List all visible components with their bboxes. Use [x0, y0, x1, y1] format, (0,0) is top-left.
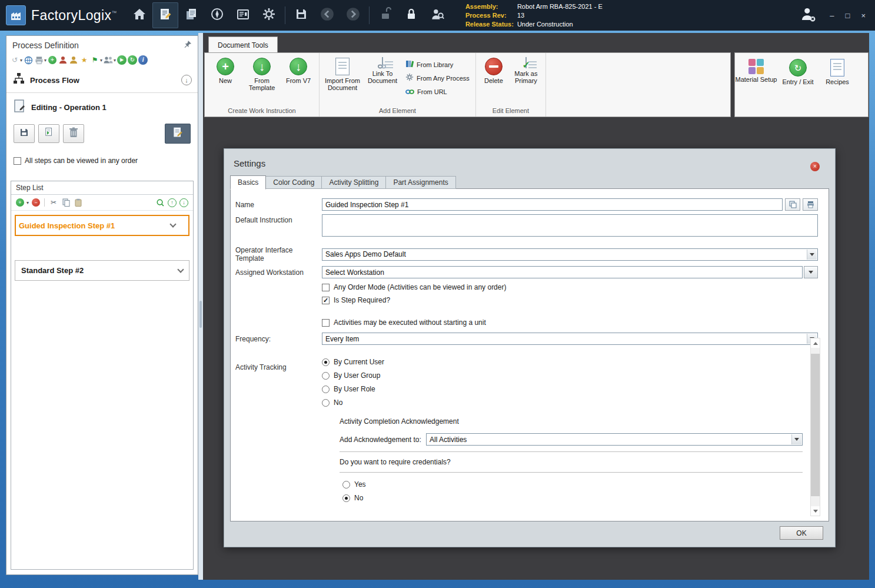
- splitter-grip[interactable]: [199, 301, 202, 328]
- frequency-select[interactable]: Every Item: [322, 333, 818, 345]
- assign-person-icon[interactable]: [58, 55, 68, 65]
- scroll-up-button[interactable]: [811, 338, 820, 348]
- back-button[interactable]: [314, 2, 340, 28]
- ack-select[interactable]: All Activities: [426, 433, 803, 446]
- from-v7-button[interactable]: ↓ From V7: [280, 57, 317, 84]
- step-item-standard[interactable]: Standard Step #2: [15, 260, 189, 281]
- move-step-down-icon[interactable]: ↓: [179, 198, 188, 207]
- delete-element-button[interactable]: Delete: [478, 57, 509, 84]
- dialog-scrollbar[interactable]: [810, 338, 820, 516]
- tab-activity-splitting[interactable]: Activity Splitting: [322, 176, 386, 189]
- name-input[interactable]: [322, 198, 783, 211]
- from-template-button[interactable]: ↓ From Template: [244, 57, 280, 91]
- pin-icon[interactable]: [184, 40, 192, 51]
- user-session-button[interactable]: [794, 2, 821, 28]
- all-steps-any-order-checkbox[interactable]: [14, 157, 21, 165]
- unlock-button[interactable]: [372, 2, 398, 28]
- mark-as-primary-button[interactable]: ✓ Mark as Primary: [509, 57, 543, 84]
- from-any-process-button[interactable]: From Any Process: [402, 71, 473, 85]
- scroll-down-button[interactable]: [811, 506, 820, 516]
- paste-icon[interactable]: [74, 197, 83, 208]
- production-button[interactable]: [178, 2, 204, 28]
- link-to-document-button[interactable]: Link To Document: [363, 57, 402, 84]
- maximize-button[interactable]: □: [846, 12, 850, 19]
- tracking-radio-user-group[interactable]: By User Group: [322, 371, 384, 380]
- add-step-icon[interactable]: +: [16, 198, 24, 207]
- link-icon: [405, 87, 414, 97]
- lock-button[interactable]: [398, 2, 424, 28]
- favorite-star-icon[interactable]: ★: [79, 55, 89, 65]
- import-step-button[interactable]: [38, 124, 59, 143]
- info-icon[interactable]: i: [138, 55, 148, 65]
- from-library-button[interactable]: From Library: [402, 58, 473, 71]
- print-dropdown-icon[interactable]: ▾: [44, 58, 46, 63]
- dialog-close-button[interactable]: ×: [810, 162, 820, 171]
- tracking-radio-no[interactable]: No: [322, 398, 384, 407]
- forward-button[interactable]: [340, 2, 366, 28]
- zoom-step-icon[interactable]: [155, 197, 165, 208]
- minimize-button[interactable]: –: [830, 12, 834, 19]
- material-setup-button[interactable]: Material Setup: [735, 58, 777, 83]
- settings-button[interactable]: [256, 2, 282, 28]
- recipes-button[interactable]: Recipes: [819, 58, 856, 85]
- history-icon[interactable]: ↺: [10, 55, 19, 65]
- default-instruction-label: Default Instruction: [235, 214, 322, 224]
- lock-icon: [404, 7, 418, 24]
- home-button[interactable]: [127, 2, 152, 28]
- copy-icon[interactable]: [61, 197, 71, 208]
- workstation-dropdown-button[interactable]: [804, 266, 818, 278]
- cut-icon[interactable]: ✂: [49, 197, 58, 208]
- delete-step-button[interactable]: [63, 124, 84, 143]
- tab-basics[interactable]: Basics: [230, 175, 266, 190]
- remove-step-icon[interactable]: −: [32, 198, 40, 207]
- chevron-down-icon[interactable]: [169, 221, 176, 227]
- add-circle-icon: +: [217, 58, 234, 75]
- reports-button[interactable]: [230, 2, 256, 28]
- tracking-radio-user-role[interactable]: By User Role: [322, 385, 384, 393]
- operator-template-select[interactable]: Sales Apps Demo Default: [322, 248, 818, 261]
- name-print-button[interactable]: [803, 198, 818, 211]
- history-dropdown-icon[interactable]: ▾: [20, 58, 22, 63]
- plugin-icon[interactable]: +: [48, 55, 57, 65]
- default-instruction-textarea[interactable]: [322, 214, 818, 237]
- panel-splitter[interactable]: [198, 33, 203, 580]
- credentials-radio-yes[interactable]: Yes: [342, 480, 829, 489]
- credentials-radio-no[interactable]: No: [342, 494, 829, 502]
- play-icon[interactable]: ▶: [117, 55, 127, 65]
- add-step-dropdown-icon[interactable]: ▾: [26, 200, 29, 205]
- flag-icon[interactable]: ⚑: [90, 55, 99, 65]
- close-button[interactable]: ×: [861, 12, 866, 19]
- person-icon[interactable]: [69, 55, 78, 65]
- step-required-checkbox[interactable]: ✓: [322, 297, 330, 304]
- import-from-document-button[interactable]: Import From Document: [322, 57, 363, 91]
- name-copy-button[interactable]: [785, 198, 800, 211]
- workstation-select[interactable]: Select Workstation: [322, 266, 803, 278]
- scroll-thumb[interactable]: [811, 354, 820, 496]
- entry-exit-button[interactable]: ↻ Entry / Exit: [777, 58, 819, 85]
- tab-color-coding[interactable]: Color Coding: [266, 176, 322, 189]
- tab-document-tools[interactable]: Document Tools: [208, 36, 278, 53]
- from-url-button[interactable]: From URL: [402, 85, 473, 98]
- people-dropdown-icon[interactable]: ▾: [114, 58, 116, 63]
- process-editor-button[interactable]: [152, 2, 178, 28]
- edit-work-instruction-button[interactable]: [165, 124, 191, 144]
- tab-part-assignments[interactable]: Part Assignments: [386, 176, 455, 189]
- print-icon[interactable]: [34, 55, 44, 65]
- tracking-radio-current-user[interactable]: By Current User: [322, 358, 384, 366]
- any-order-checkbox[interactable]: [322, 284, 330, 291]
- navigator-button[interactable]: [204, 2, 230, 28]
- save-step-button[interactable]: [14, 124, 35, 143]
- without-unit-checkbox[interactable]: [322, 319, 330, 327]
- audit-trail-button[interactable]: [424, 2, 450, 28]
- people-icon[interactable]: [104, 55, 113, 65]
- move-step-up-icon[interactable]: ↑: [168, 198, 177, 207]
- sync-icon[interactable]: ↻: [128, 55, 137, 65]
- new-instruction-button[interactable]: + New: [207, 57, 244, 84]
- ok-button[interactable]: OK: [780, 526, 823, 540]
- collapse-icon[interactable]: ↓: [181, 75, 192, 85]
- save-button[interactable]: [288, 2, 314, 28]
- step-item-guided-inspection[interactable]: Guided Inspection Step #1: [15, 215, 189, 236]
- chevron-down-icon[interactable]: [177, 266, 184, 273]
- flag-dropdown-icon[interactable]: ▾: [100, 58, 102, 63]
- share-icon[interactable]: [24, 55, 33, 65]
